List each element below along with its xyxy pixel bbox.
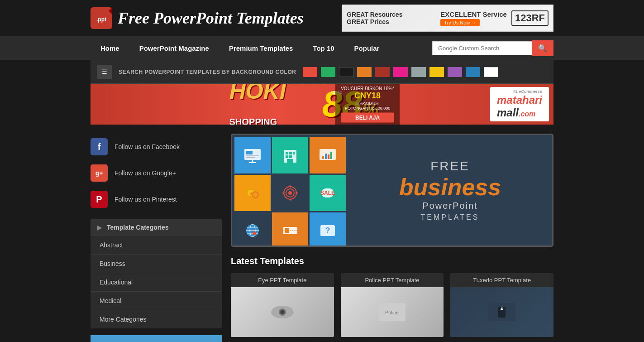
ad-voucher-code: CNY18 — [341, 91, 394, 101]
main-content: $ — [231, 134, 553, 342]
hero-icon-sale-tag: SALE — [310, 175, 346, 211]
nav-top10[interactable]: Top 10 — [303, 36, 344, 60]
swatch-white[interactable] — [484, 67, 498, 77]
svg-rect-18 — [325, 154, 327, 159]
hero-icon-coins: $ — [234, 175, 271, 211]
svg-rect-8 — [249, 162, 256, 163]
svg-rect-10 — [286, 152, 288, 154]
nav-magazine[interactable]: PowerPoint Magazine — [129, 36, 219, 60]
svg-rect-15 — [287, 159, 293, 163]
google-icon: g+ — [91, 164, 108, 182]
template-police[interactable]: Police PPT Template Police — [341, 273, 444, 337]
ad-matahari-text: mataharimall.com — [497, 94, 542, 119]
ad-great-prices: GREAT Prices — [347, 18, 436, 25]
template-eye-thumbnail — [231, 287, 334, 337]
swatch-dark-pink[interactable] — [375, 67, 390, 77]
content-area: f Follow us on Facebook g+ Follow us on … — [91, 125, 553, 342]
search-button[interactable]: 🔍 — [532, 40, 553, 56]
hero-icon-ticket — [272, 212, 308, 247]
category-medical[interactable]: Medical — [91, 291, 222, 310]
ad-brand-text: 123RF — [511, 10, 549, 26]
nav-premium[interactable]: Premium Templates — [219, 36, 303, 60]
hero-icons-grid: $ — [232, 135, 348, 246]
site-title: Free PowerPoint Templates — [118, 9, 304, 28]
svg-rect-19 — [328, 154, 329, 159]
follow-pinterest[interactable]: P Follow us on Pinterest — [91, 186, 222, 212]
color-search-label: SEARCH POWERPOINT TEMPLATES BY BACKGROUN… — [119, 69, 296, 75]
svg-rect-43 — [285, 228, 289, 233]
svg-rect-11 — [289, 152, 292, 154]
category-more[interactable]: More Categories — [91, 310, 222, 328]
header: .ppt Free PowerPoint Templates GREAT Res… — [0, 0, 644, 36]
ad-mall-logo: #1 eCommerce mataharimall.com — [490, 87, 549, 121]
ad-voucher-max: MAKSIMUMPOTONGAN Rp 500.000 — [341, 101, 394, 111]
pinterest-label: Follow us on Pinterest — [114, 196, 177, 203]
menu-toggle-button[interactable]: ☰ — [97, 65, 112, 79]
hamburger-icon: ☰ — [102, 68, 107, 75]
category-educational[interactable]: Educational — [91, 273, 222, 291]
latest-templates: Latest Templates Eye PPT Template Police… — [231, 256, 553, 337]
template-tuxedo-thumbnail — [450, 287, 553, 337]
swatch-pink[interactable] — [393, 67, 408, 77]
hero-icon-presentation — [234, 137, 271, 173]
main-ad-banner[interactable]: HOKISHOPPING 88% up to VOUCHER DISKON 18… — [91, 84, 553, 125]
follow-google[interactable]: g+ Follow us on Google+ — [91, 160, 222, 186]
category-abstract[interactable]: Abstract — [91, 236, 222, 254]
categories-arrow-icon: ▶ — [97, 224, 102, 231]
template-tuxedo[interactable]: Tuxedo PPT Template — [450, 273, 553, 337]
svg-text:SALE: SALE — [320, 190, 335, 196]
ad-voucher-label: VOUCHER DISKON 18%* — [341, 86, 394, 91]
template-eye-title: Eye PPT Template — [231, 273, 334, 287]
ad-banner: GREAT Resources GREAT Prices EXCELLENT S… — [342, 5, 553, 32]
ad-brand-area: 123RF — [511, 10, 549, 26]
sidebar-ad[interactable]: Advertisement — [91, 335, 222, 342]
template-eye[interactable]: Eye PPT Template — [231, 273, 334, 337]
nav-links: Home PowerPoint Magazine Premium Templat… — [91, 36, 389, 60]
hero-icon-question: ? — [310, 212, 346, 247]
search-input[interactable] — [432, 41, 532, 55]
swatch-red[interactable] — [303, 67, 317, 77]
svg-point-48 — [280, 310, 285, 314]
categories-section: ▶ Template Categories Abstract Business … — [91, 219, 222, 328]
ad-service-block: EXCELLENT Service Try Us Now → — [440, 10, 507, 26]
latest-templates-title: Latest Templates — [231, 256, 553, 266]
main-ad-inner: HOKISHOPPING 88% up to VOUCHER DISKON 18… — [91, 84, 553, 125]
swatch-orange[interactable] — [357, 67, 372, 77]
template-tuxedo-title: Tuxedo PPT Template — [450, 273, 553, 287]
swatch-black[interactable] — [339, 67, 353, 77]
svg-point-28 — [288, 191, 292, 195]
swatch-blue[interactable] — [466, 67, 480, 77]
follow-facebook[interactable]: f Follow us on Facebook — [91, 134, 222, 160]
category-business[interactable]: Business — [91, 254, 222, 273]
color-search-bar: ☰ SEARCH POWERPOINT TEMPLATES BY BACKGRO… — [91, 60, 553, 84]
hero-business: business — [399, 173, 501, 201]
template-police-thumbnail: Police — [341, 287, 444, 337]
svg-text:.ppt: .ppt — [96, 16, 106, 23]
nav-home[interactable]: Home — [91, 36, 129, 60]
swatch-purple[interactable] — [448, 67, 462, 77]
hero-icon-target — [272, 175, 308, 211]
logo-area: .ppt Free PowerPoint Templates — [91, 7, 304, 29]
nav-popular[interactable]: Popular — [344, 36, 390, 60]
hero-powerpoint: PowerPoint — [422, 201, 477, 211]
svg-rect-6 — [246, 157, 255, 158]
ad-beli-button[interactable]: BELI AJA — [341, 113, 394, 123]
categories-header: ▶ Template Categories — [91, 219, 222, 236]
facebook-icon: f — [91, 138, 108, 155]
hero-banner[interactable]: $ — [231, 134, 553, 247]
swatch-green[interactable] — [321, 67, 335, 77]
pinterest-icon: P — [91, 191, 108, 208]
svg-rect-14 — [289, 155, 292, 158]
svg-text:?: ? — [325, 226, 330, 235]
hero-icon-building — [272, 137, 308, 173]
logo-icon: .ppt — [91, 7, 112, 29]
swatch-gray[interactable] — [411, 67, 426, 77]
ad-service-text: EXCELLENT Service — [440, 10, 507, 18]
swatch-yellow[interactable] — [429, 67, 444, 77]
ad-try-btn[interactable]: Try Us Now → — [440, 19, 480, 26]
ad-banner-inner: GREAT Resources GREAT Prices EXCELLENT S… — [342, 5, 553, 31]
svg-rect-4 — [246, 151, 253, 154]
hero-templates: TEMPLATES — [421, 213, 480, 222]
ad-text-block: GREAT Resources GREAT Prices — [347, 11, 436, 25]
ad-great-resources: GREAT Resources — [347, 11, 436, 18]
